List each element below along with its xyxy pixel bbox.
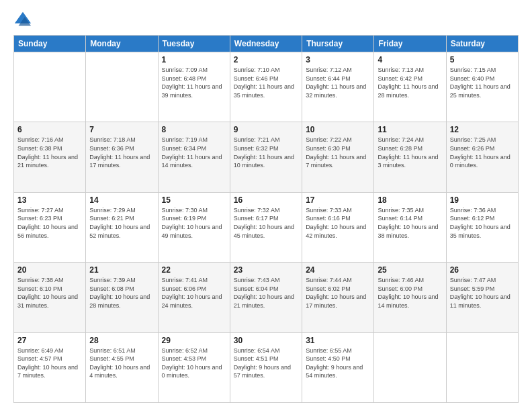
- weekday-header: Wednesday: [230, 36, 302, 52]
- day-info: Sunrise: 7:09 AM Sunset: 6:48 PM Dayligh…: [162, 66, 226, 99]
- calendar-cell: 28 Sunrise: 6:51 AM Sunset: 4:55 PM Dayl…: [86, 332, 158, 402]
- calendar-cell: 30 Sunrise: 6:54 AM Sunset: 4:51 PM Dayl…: [230, 332, 302, 402]
- day-number: 10: [306, 125, 370, 134]
- day-number: 2: [234, 55, 298, 64]
- weekday-header: Tuesday: [158, 36, 230, 52]
- day-info: Sunrise: 7:24 AM Sunset: 6:28 PM Dayligh…: [378, 136, 442, 169]
- calendar-cell: 14 Sunrise: 7:29 AM Sunset: 6:21 PM Dayl…: [86, 192, 158, 262]
- calendar-cell: 9 Sunrise: 7:21 AM Sunset: 6:32 PM Dayli…: [230, 122, 302, 192]
- page: SundayMondayTuesdayWednesdayThursdayFrid…: [0, 0, 532, 411]
- day-number: 7: [89, 125, 154, 134]
- day-info: Sunrise: 7:46 AM Sunset: 6:00 PM Dayligh…: [378, 276, 442, 310]
- calendar-cell: 29 Sunrise: 6:52 AM Sunset: 4:53 PM Dayl…: [158, 332, 230, 402]
- day-number: 5: [450, 55, 515, 64]
- day-number: 26: [450, 265, 515, 275]
- day-number: 15: [162, 195, 226, 205]
- day-number: 11: [378, 125, 442, 134]
- calendar-week-row: 13 Sunrise: 7:27 AM Sunset: 6:23 PM Dayl…: [14, 192, 519, 262]
- day-number: 1: [162, 55, 226, 64]
- day-number: 8: [162, 125, 226, 134]
- calendar-cell: [374, 332, 446, 402]
- day-number: 9: [234, 125, 298, 134]
- calendar-cell: 6 Sunrise: 7:16 AM Sunset: 6:38 PM Dayli…: [14, 122, 86, 192]
- calendar-cell: 7 Sunrise: 7:18 AM Sunset: 6:36 PM Dayli…: [86, 122, 158, 192]
- calendar-cell: 8 Sunrise: 7:19 AM Sunset: 6:34 PM Dayli…: [158, 122, 230, 192]
- calendar-week-row: 1 Sunrise: 7:09 AM Sunset: 6:48 PM Dayli…: [14, 52, 519, 122]
- calendar-cell: 12 Sunrise: 7:25 AM Sunset: 6:26 PM Dayl…: [446, 122, 518, 192]
- day-info: Sunrise: 7:22 AM Sunset: 6:30 PM Dayligh…: [306, 136, 370, 169]
- calendar-cell: [86, 52, 158, 122]
- day-info: Sunrise: 7:27 AM Sunset: 6:23 PM Dayligh…: [17, 206, 82, 240]
- calendar-week-row: 20 Sunrise: 7:38 AM Sunset: 6:10 PM Dayl…: [14, 263, 519, 332]
- calendar-cell: 20 Sunrise: 7:38 AM Sunset: 6:10 PM Dayl…: [14, 263, 86, 332]
- header: [13, 11, 519, 30]
- calendar-cell: [446, 332, 518, 402]
- day-number: 23: [234, 265, 298, 275]
- day-info: Sunrise: 7:41 AM Sunset: 6:06 PM Dayligh…: [162, 276, 226, 310]
- weekday-header: Friday: [374, 36, 446, 52]
- day-info: Sunrise: 7:21 AM Sunset: 6:32 PM Dayligh…: [234, 136, 298, 169]
- day-number: 24: [306, 265, 370, 275]
- calendar-cell: 22 Sunrise: 7:41 AM Sunset: 6:06 PM Dayl…: [158, 263, 230, 332]
- calendar-cell: 31 Sunrise: 6:55 AM Sunset: 4:50 PM Dayl…: [302, 332, 374, 402]
- calendar-cell: 10 Sunrise: 7:22 AM Sunset: 6:30 PM Dayl…: [302, 122, 374, 192]
- day-number: 29: [162, 336, 226, 345]
- day-info: Sunrise: 7:35 AM Sunset: 6:14 PM Dayligh…: [378, 206, 442, 240]
- day-number: 3: [306, 55, 370, 64]
- day-number: 16: [234, 195, 298, 205]
- day-info: Sunrise: 7:36 AM Sunset: 6:12 PM Dayligh…: [450, 206, 515, 240]
- calendar-cell: 25 Sunrise: 7:46 AM Sunset: 6:00 PM Dayl…: [374, 263, 446, 332]
- day-number: 21: [89, 265, 154, 275]
- day-info: Sunrise: 7:18 AM Sunset: 6:36 PM Dayligh…: [89, 136, 154, 169]
- calendar-cell: 15 Sunrise: 7:30 AM Sunset: 6:19 PM Dayl…: [158, 192, 230, 262]
- calendar-cell: 17 Sunrise: 7:33 AM Sunset: 6:16 PM Dayl…: [302, 192, 374, 262]
- weekday-header: Monday: [86, 36, 158, 52]
- day-number: 18: [378, 195, 442, 205]
- day-info: Sunrise: 7:30 AM Sunset: 6:19 PM Dayligh…: [162, 206, 226, 240]
- day-number: 13: [17, 195, 82, 205]
- day-info: Sunrise: 7:12 AM Sunset: 6:44 PM Dayligh…: [306, 66, 370, 99]
- calendar-cell: 2 Sunrise: 7:10 AM Sunset: 6:46 PM Dayli…: [230, 52, 302, 122]
- day-number: 27: [17, 336, 82, 345]
- calendar-cell: 27 Sunrise: 6:49 AM Sunset: 4:57 PM Dayl…: [14, 332, 86, 402]
- calendar-cell: 5 Sunrise: 7:15 AM Sunset: 6:40 PM Dayli…: [446, 52, 518, 122]
- day-number: 14: [89, 195, 154, 205]
- day-number: 17: [306, 195, 370, 205]
- calendar-cell: 13 Sunrise: 7:27 AM Sunset: 6:23 PM Dayl…: [14, 192, 86, 262]
- calendar: SundayMondayTuesdayWednesdayThursdayFrid…: [13, 35, 519, 403]
- calendar-week-row: 27 Sunrise: 6:49 AM Sunset: 4:57 PM Dayl…: [14, 332, 519, 402]
- calendar-cell: [14, 52, 86, 122]
- weekday-header: Thursday: [302, 36, 374, 52]
- day-number: 12: [450, 125, 515, 134]
- day-info: Sunrise: 7:15 AM Sunset: 6:40 PM Dayligh…: [450, 66, 515, 99]
- calendar-week-row: 6 Sunrise: 7:16 AM Sunset: 6:38 PM Dayli…: [14, 122, 519, 192]
- day-info: Sunrise: 6:51 AM Sunset: 4:55 PM Dayligh…: [89, 347, 154, 380]
- day-number: 4: [378, 55, 442, 64]
- day-number: 6: [17, 125, 82, 134]
- calendar-cell: 4 Sunrise: 7:13 AM Sunset: 6:42 PM Dayli…: [374, 52, 446, 122]
- day-number: 25: [378, 265, 442, 275]
- logo: [13, 11, 35, 30]
- day-info: Sunrise: 7:29 AM Sunset: 6:21 PM Dayligh…: [89, 206, 154, 240]
- day-info: Sunrise: 7:43 AM Sunset: 6:04 PM Dayligh…: [234, 276, 298, 310]
- calendar-cell: 3 Sunrise: 7:12 AM Sunset: 6:44 PM Dayli…: [302, 52, 374, 122]
- day-info: Sunrise: 7:33 AM Sunset: 6:16 PM Dayligh…: [306, 206, 370, 240]
- calendar-cell: 24 Sunrise: 7:44 AM Sunset: 6:02 PM Dayl…: [302, 263, 374, 332]
- day-number: 20: [17, 265, 82, 275]
- calendar-header-row: SundayMondayTuesdayWednesdayThursdayFrid…: [14, 36, 519, 52]
- day-info: Sunrise: 7:19 AM Sunset: 6:34 PM Dayligh…: [162, 136, 226, 169]
- day-number: 31: [306, 336, 370, 345]
- day-info: Sunrise: 7:47 AM Sunset: 5:59 PM Dayligh…: [450, 276, 515, 310]
- day-number: 30: [234, 336, 298, 345]
- day-number: 28: [89, 336, 154, 345]
- day-info: Sunrise: 7:13 AM Sunset: 6:42 PM Dayligh…: [378, 66, 442, 99]
- day-number: 19: [450, 195, 515, 205]
- day-number: 22: [162, 265, 226, 275]
- day-info: Sunrise: 6:49 AM Sunset: 4:57 PM Dayligh…: [17, 347, 82, 380]
- calendar-cell: 18 Sunrise: 7:35 AM Sunset: 6:14 PM Dayl…: [374, 192, 446, 262]
- day-info: Sunrise: 7:32 AM Sunset: 6:17 PM Dayligh…: [234, 206, 298, 240]
- day-info: Sunrise: 6:52 AM Sunset: 4:53 PM Dayligh…: [162, 347, 226, 380]
- logo-icon: [13, 11, 32, 30]
- day-info: Sunrise: 7:44 AM Sunset: 6:02 PM Dayligh…: [306, 276, 370, 310]
- day-info: Sunrise: 7:25 AM Sunset: 6:26 PM Dayligh…: [450, 136, 515, 169]
